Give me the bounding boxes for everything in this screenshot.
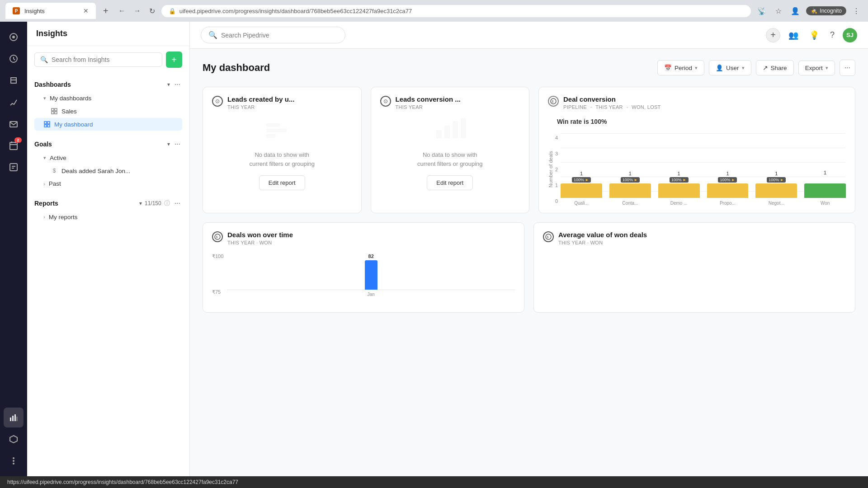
past-goals-chevron: › xyxy=(43,181,45,187)
my-dashboards-chevron: ▾ xyxy=(43,95,46,101)
leads-created-info: Leads created by u... THIS YEAR xyxy=(227,95,294,110)
svg-rect-7 xyxy=(12,416,14,421)
deals-won-card: $ Deals won over time THIS YEAR · WON ₹1… xyxy=(203,222,524,313)
leads-created-edit-btn[interactable]: Edit report xyxy=(259,175,305,190)
goals-header[interactable]: Goals ▾ ··· xyxy=(34,137,182,151)
search-icon: 🔍 xyxy=(40,56,48,63)
sidebar-item-deals-goal[interactable]: $ Deals added Sarah Jon... xyxy=(34,164,182,177)
period-btn[interactable]: 📅 Period ▾ xyxy=(657,60,704,75)
user-avatar[interactable]: SJ xyxy=(843,28,857,42)
sidebar-item-mail[interactable] xyxy=(4,114,24,134)
sidebar-item-deals[interactable] xyxy=(4,49,24,69)
sidebar-item-sales[interactable]: Sales xyxy=(34,105,182,117)
sidebar-item-more[interactable] xyxy=(4,451,24,471)
svg-rect-21 xyxy=(266,123,280,127)
reports-header[interactable]: Reports ▾ 11/150 ⓘ ··· xyxy=(34,197,182,210)
sales-grid-icon xyxy=(51,108,58,115)
profile-icon[interactable]: 👤 xyxy=(788,5,802,17)
browser-tab[interactable]: P Insights ✕ xyxy=(5,3,96,19)
reload-btn[interactable]: ↻ xyxy=(146,5,158,17)
svg-text:$: $ xyxy=(216,235,218,239)
goals-more-btn[interactable]: ··· xyxy=(173,139,182,149)
y3: 3 xyxy=(555,151,558,156)
sidebar-item-home[interactable] xyxy=(4,27,24,47)
back-btn[interactable]: ← xyxy=(116,5,128,17)
browser-menu-btn[interactable]: ⋮ xyxy=(850,5,863,17)
create-btn[interactable]: + xyxy=(766,28,780,42)
sidebar-item-my-dashboard[interactable]: My dashboard ≡ ··· xyxy=(34,118,182,131)
dashboard-title: My dashboard xyxy=(203,62,650,74)
leads-conversion-edit-btn[interactable]: Edit report xyxy=(427,175,473,190)
share-label: Share xyxy=(771,65,787,71)
reports-more-btn[interactable]: ··· xyxy=(173,198,182,208)
bar-quali: 1 100% ► Quali... xyxy=(561,171,602,206)
bar-won-count: 1 xyxy=(824,170,826,175)
share-btn[interactable]: ↗ Share xyxy=(756,60,794,75)
search-wrapper[interactable]: 🔍 xyxy=(34,52,162,67)
bar-negot-count: 1 xyxy=(775,171,778,176)
status-bar: https://uifeed.pipedrive.com/progress/in… xyxy=(0,476,868,488)
tab-close-btn[interactable]: ✕ xyxy=(83,7,89,14)
export-label: Export xyxy=(805,65,823,71)
user-icon-small: 👤 xyxy=(716,64,723,71)
sidebar-item-products[interactable] xyxy=(4,429,24,449)
avg-value-info: Average value of won deals THIS YEAR · W… xyxy=(558,231,647,245)
grid-line-0 xyxy=(561,191,846,192)
sidebar-item-my-reports[interactable]: › My reports ··· xyxy=(34,211,182,223)
badge-pct-demo: 100% xyxy=(671,178,682,182)
sidebar-item-insights[interactable] xyxy=(4,408,24,427)
goals-section: Goals ▾ ··· ▾ Active ··· $ Deals added S… xyxy=(27,133,189,192)
sidebar-item-leads[interactable] xyxy=(4,92,24,112)
sidebar-item-calendar[interactable]: 2 xyxy=(4,136,24,155)
badge-arrow-demo: ► xyxy=(683,178,687,182)
dashboards-header[interactable]: Dashboards ▾ ··· xyxy=(34,78,182,91)
svg-point-1 xyxy=(12,36,15,38)
global-search[interactable]: 🔍 xyxy=(201,27,345,43)
left-panel: Insights 🔍 + Dashboards ▾ ··· ▾ My dashb… xyxy=(27,22,190,476)
tab-title: Insights xyxy=(24,8,45,14)
address-bar[interactable]: 🔒 uifeed.pipedrive.com/progress/insights… xyxy=(161,5,751,17)
leads-conversion-subtitle: THIS YEAR xyxy=(396,104,461,110)
sales-label: Sales xyxy=(61,108,179,115)
bar-visual-propo xyxy=(707,183,749,198)
calendar-icon-small: 📅 xyxy=(664,64,672,71)
dashboards-more-btn[interactable]: ··· xyxy=(173,80,182,89)
reports-info-icon[interactable]: ⓘ xyxy=(164,199,170,207)
bar-visual-negot xyxy=(755,183,797,198)
bar-xlabel-negot: Negot... xyxy=(769,201,784,206)
cast-icon[interactable]: 📡 xyxy=(755,5,769,17)
app-container: 2 Insights 🔍 + D xyxy=(0,22,868,476)
help-icon-btn[interactable]: ? xyxy=(827,28,837,42)
sidebar-item-my-dashboards[interactable]: ▾ My dashboards ··· xyxy=(34,92,182,104)
sidebar-item-activities[interactable] xyxy=(4,70,24,90)
user-btn[interactable]: 👤 User ▾ xyxy=(709,60,751,75)
search-input[interactable] xyxy=(52,56,156,63)
deal-conversion-icon: $ xyxy=(548,96,559,107)
deal-conversion-info: Deal conversion PIPELINE · THIS YEAR · W… xyxy=(563,95,661,110)
forward-btn[interactable]: → xyxy=(131,5,144,17)
sidebar-item-active-goals[interactable]: ▾ Active ··· xyxy=(34,151,182,164)
bar-demo: 1 100% ► Demo ... xyxy=(658,171,700,206)
dashboards-section: Dashboards ▾ ··· ▾ My dashboards ··· Sal… xyxy=(27,73,189,133)
sidebar-item-contacts[interactable] xyxy=(4,157,24,177)
bulb-icon-btn[interactable]: 💡 xyxy=(807,28,822,43)
bar-demo-count: 1 xyxy=(678,171,680,176)
y2: 2 xyxy=(555,167,558,172)
dashboard-more-btn[interactable]: ··· xyxy=(840,60,855,76)
add-btn[interactable]: + xyxy=(166,52,182,68)
leads-created-header: ⊙ Leads created by u... THIS YEAR xyxy=(203,87,361,114)
icon-sidebar: 2 xyxy=(0,22,27,476)
bookmark-icon[interactable]: ☆ xyxy=(773,5,784,17)
sidebar-item-past-goals[interactable]: › Past xyxy=(34,178,182,190)
contacts-icon-btn[interactable]: 👥 xyxy=(786,28,801,43)
svg-point-11 xyxy=(13,460,14,462)
badge-arrow-conta: ► xyxy=(634,178,638,182)
new-tab-btn[interactable]: + xyxy=(99,4,112,18)
export-btn[interactable]: Export ▾ xyxy=(798,61,835,75)
leads-conversion-empty-text: No data to show withcurrent filters or g… xyxy=(417,150,483,168)
dashboards-chevron: ▾ xyxy=(167,81,170,88)
global-search-input[interactable] xyxy=(221,32,338,39)
my-reports-label: My reports xyxy=(49,214,170,221)
svg-point-10 xyxy=(13,457,14,459)
y0: 0 xyxy=(555,198,558,204)
